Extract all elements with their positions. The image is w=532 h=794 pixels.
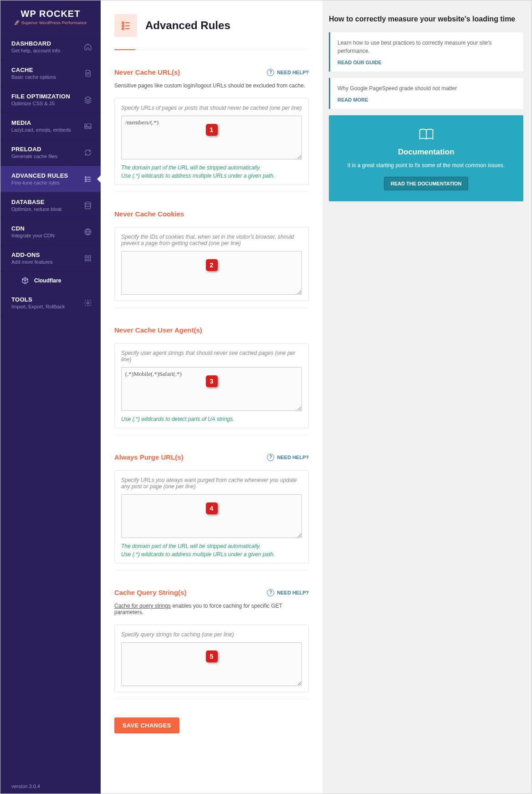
advanced-rules-icon	[114, 14, 137, 37]
nav-title: MEDIA	[11, 119, 83, 126]
need-help-link[interactable]: ?NEED HELP?	[267, 589, 309, 596]
read-documentation-button[interactable]: READ THE DOCUMENTATION	[384, 177, 468, 190]
refresh-icon	[83, 148, 92, 157]
section-never-cache-user-agent-s-: Never Cache User Agent(s)Specify user ag…	[114, 326, 309, 435]
svg-rect-13	[89, 259, 91, 261]
input-hint: Specify query strings for caching (one p…	[121, 631, 302, 638]
sliders-icon	[83, 174, 92, 184]
section-always-purge-url-s-: Always Purge URL(s)?NEED HELP?Specify UR…	[114, 453, 309, 570]
marker-badge: 5	[206, 651, 218, 662]
svg-rect-15	[122, 22, 123, 23]
nav-desc: Import, Export, Rollback	[11, 304, 83, 309]
nav-desc: Optimize CSS & JS	[11, 101, 83, 106]
file-icon	[83, 69, 92, 78]
need-help-link[interactable]: ?NEED HELP?	[267, 454, 309, 461]
input-hint: Specify URLs you always want purged from…	[121, 477, 302, 490]
svg-rect-11	[89, 256, 91, 258]
help-label: NEED HELP?	[277, 590, 309, 595]
sidebar-item-cloudflare[interactable]: Cloudflare	[0, 271, 101, 290]
gear-icon	[83, 298, 92, 307]
doc-title: Documentation	[338, 148, 514, 157]
right-sidebar: How to correctly measure your website's …	[322, 0, 532, 794]
nav-desc: Fine-tune cache rules	[11, 180, 83, 185]
nav-title: FILE OPTIMIZATION	[11, 93, 83, 100]
book-icon	[418, 128, 435, 141]
nav-desc: LazyLoad, emojis, embeds	[11, 127, 83, 133]
save-button[interactable]: SAVE CHANGES	[114, 717, 179, 733]
sidebar-item-tools[interactable]: TOOLSImport, Export, Rollback	[0, 290, 101, 316]
textarea-4[interactable]	[121, 494, 302, 538]
nav-title: ADVANCED RULES	[11, 172, 83, 179]
documentation-card: Documentation It is a great starting poi…	[329, 115, 523, 201]
textarea-1[interactable]: /members/(.*)	[121, 116, 302, 159]
image-icon	[83, 122, 92, 131]
section-title: Never Cache User Agent(s)	[114, 326, 202, 334]
svg-rect-3	[85, 179, 86, 179]
svg-rect-16	[122, 25, 123, 26]
help-icon: ?	[267, 454, 274, 461]
version-text: version 3.0.4	[0, 779, 101, 794]
svg-rect-12	[85, 259, 87, 261]
page-title: Advanced Rules	[145, 19, 230, 32]
guide-text: Learn how to use best practices to corre…	[338, 39, 516, 55]
read-guide-link[interactable]: READ OUR GUIDE	[338, 60, 516, 65]
svg-point-1	[86, 125, 87, 126]
section-title: Never Cache URL(s)	[114, 68, 180, 76]
nav-title: CACHE	[11, 67, 83, 73]
section-note: The domain part of the URL will be strip…	[121, 164, 302, 180]
nav-desc: Optimize, reduce bloat	[11, 206, 83, 212]
read-more-link[interactable]: READ MORE	[338, 97, 516, 102]
sidebar-item-preload[interactable]: PRELOADGenerate cache files	[0, 139, 101, 166]
section-note: Use (.*) wildcards to detect parts of UA…	[121, 415, 302, 423]
sidebar-item-dashboard[interactable]: DASHBOARDGet help, account info	[0, 34, 101, 60]
input-box: Specify query strings for caching (one p…	[114, 625, 309, 692]
doc-desc: It is a great starting point to fix some…	[338, 161, 514, 169]
input-hint: Specify URLs of pages or posts that shou…	[121, 105, 302, 111]
input-box: Specify URLs of pages or posts that shou…	[114, 98, 309, 185]
textarea-3[interactable]: (.*)Mobile(.*)Safari(.*)	[121, 367, 302, 411]
need-help-link[interactable]: ?NEED HELP?	[267, 69, 309, 76]
sidebar-item-advanced-rules[interactable]: ADVANCED RULESFine-tune cache rules	[0, 166, 101, 192]
nav-desc: Basic cache options	[11, 74, 83, 80]
section-desc: Cache for query strings enables you to f…	[114, 603, 309, 615]
help-icon: ?	[267, 69, 274, 76]
nav-title: CDN	[11, 225, 83, 232]
query-strings-link[interactable]: Cache for query strings	[114, 603, 171, 609]
grid-icon	[83, 254, 92, 263]
nav-desc: Add more features	[11, 259, 83, 265]
svg-rect-10	[85, 256, 87, 258]
textarea-5[interactable]	[121, 642, 302, 686]
globe-icon	[83, 227, 92, 236]
input-hint: Specify the IDs of cookies that, when se…	[121, 234, 302, 246]
sidebar-item-database[interactable]: DATABASEOptimize, reduce bloat	[0, 192, 101, 219]
section-note: The domain part of the URL will be strip…	[121, 542, 302, 558]
sidebar-item-file-optimization[interactable]: FILE OPTIMIZATIONOptimize CSS & JS	[0, 87, 101, 113]
nav-desc: Integrate your CDN	[11, 233, 83, 238]
main-nav: DASHBOARDGet help, account infoCACHEBasi…	[0, 34, 101, 779]
input-box: Specify URLs you always want purged from…	[114, 470, 309, 563]
db-icon	[83, 201, 92, 210]
sidebar-item-media[interactable]: MEDIALazyLoad, emojis, embeds	[0, 113, 101, 139]
section-title: Cache Query String(s)	[114, 589, 186, 596]
cube-icon	[20, 276, 30, 285]
guide-card: Learn how to use best practices to corre…	[329, 32, 523, 72]
textarea-2[interactable]	[121, 251, 302, 295]
layers-icon	[83, 95, 92, 104]
brand-tagline: Superior WordPress Performance	[10, 20, 92, 25]
sidebar-item-add-ons[interactable]: ADD-ONSAdd more features	[0, 245, 101, 271]
right-title: How to correctly measure your website's …	[329, 14, 523, 24]
nav-title: DATABASE	[11, 199, 83, 205]
nav-desc: Get help, account info	[11, 48, 83, 53]
section-never-cache-url-s-: Never Cache URL(s)?NEED HELP?Sensitive p…	[114, 68, 309, 192]
marker-badge: 3	[206, 375, 218, 387]
input-hint: Specify user agent strings that should n…	[121, 350, 302, 363]
help-label: NEED HELP?	[277, 70, 309, 75]
nav-title: PRELOAD	[11, 146, 83, 153]
svg-point-14	[87, 302, 89, 304]
brand-logo: WP ROCKET Superior WordPress Performance	[0, 0, 101, 34]
nav-title: DASHBOARD	[11, 40, 83, 47]
help-label: NEED HELP?	[277, 455, 309, 460]
svg-point-8	[85, 202, 91, 204]
sidebar-item-cdn[interactable]: CDNIntegrate your CDN	[0, 219, 101, 245]
sidebar-item-cache[interactable]: CACHEBasic cache options	[0, 60, 101, 87]
